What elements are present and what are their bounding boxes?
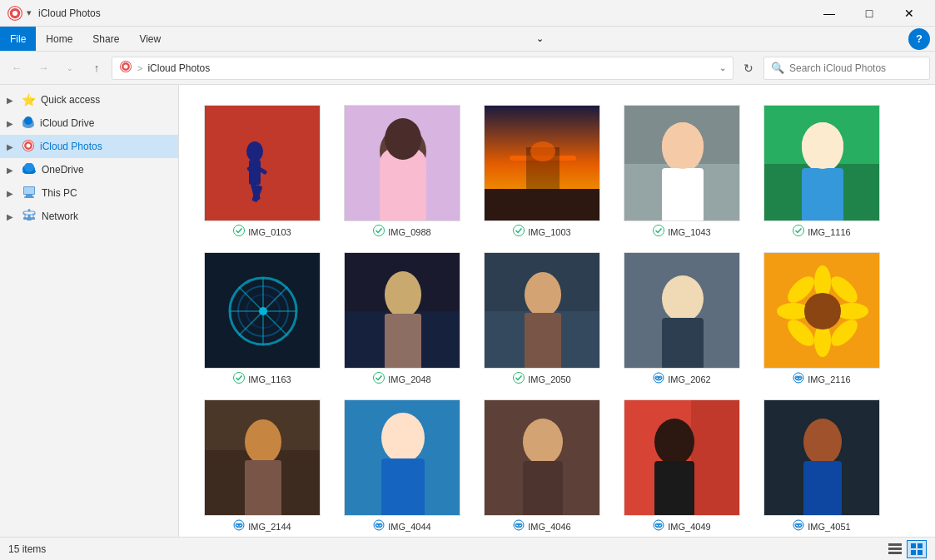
photo-thumb-img4051	[763, 399, 880, 516]
address-separator: >	[137, 63, 142, 73]
cloud-icon	[653, 372, 664, 386]
svg-rect-60	[802, 168, 843, 221]
list-item[interactable]: IMG_4051	[752, 393, 892, 537]
svg-point-24	[28, 209, 31, 211]
svg-rect-76	[385, 314, 421, 369]
list-item[interactable]: IMG_2062	[612, 245, 752, 393]
svg-point-108	[245, 419, 281, 464]
list-view-button[interactable]	[885, 540, 905, 558]
photo-thumb-img1163	[204, 252, 321, 369]
photo-name: IMG_2050	[528, 374, 570, 384]
sidebar-item-this-pc[interactable]: ▶ This PC	[0, 181, 178, 205]
svg-point-12	[27, 143, 31, 147]
sidebar-label-quick-access: Quick access	[41, 94, 100, 106]
up-button[interactable]: ↑	[85, 57, 108, 80]
forward-dropdown-button[interactable]: ⌄	[58, 57, 82, 80]
synced-icon	[373, 225, 385, 239]
back-button[interactable]: ←	[5, 57, 28, 80]
svg-rect-81	[525, 313, 561, 369]
photo-label: IMG_1163	[233, 372, 291, 386]
list-item[interactable]: IMG_2116	[752, 245, 892, 393]
list-item[interactable]: IMG_2050	[472, 245, 612, 393]
photo-label: IMG_1003	[513, 225, 570, 239]
sidebar-item-onedrive[interactable]: ▶ OneDrive	[0, 158, 178, 181]
search-input[interactable]	[789, 62, 923, 74]
list-item[interactable]: IMG_0103	[192, 98, 332, 245]
list-item[interactable]: IMG_2144	[192, 393, 332, 537]
address-bar: > iCloud Photos ⌄	[112, 57, 734, 80]
svg-point-9	[24, 116, 32, 125]
list-item[interactable]: IMG_4049	[612, 393, 752, 537]
ribbon-dropdown[interactable]: ▾	[27, 7, 32, 18]
search-bar[interactable]: 🔍	[763, 57, 930, 80]
list-item[interactable]: IMG_4046	[472, 393, 612, 537]
view-controls	[885, 540, 927, 558]
photo-thumb-img4044	[344, 399, 460, 516]
menu-file[interactable]: File	[0, 27, 36, 51]
svg-point-122	[523, 419, 563, 465]
svg-rect-148	[911, 550, 916, 555]
svg-rect-27	[23, 217, 27, 220]
minimize-button[interactable]: —	[810, 0, 848, 27]
refresh-button[interactable]: ↻	[737, 57, 760, 80]
svg-point-44	[374, 225, 385, 236]
menu-share[interactable]: Share	[82, 27, 129, 51]
sidebar-item-icloud-drive[interactable]: ▶ iCloud Drive	[0, 112, 178, 135]
photo-label: IMG_1043	[653, 225, 710, 239]
maximize-button[interactable]: □	[850, 0, 888, 27]
sidebar-item-network[interactable]: ▶ Network	[0, 205, 178, 228]
icloud-photos-icon	[22, 139, 35, 155]
svg-rect-28	[32, 217, 35, 220]
svg-point-137	[803, 419, 842, 465]
close-button[interactable]: ✕	[890, 0, 928, 27]
cloud-icon	[793, 519, 804, 533]
svg-point-32	[246, 141, 263, 161]
photo-name: IMG_4051	[808, 522, 850, 532]
svg-point-16	[24, 163, 34, 172]
list-item[interactable]: IMG_1043	[612, 98, 752, 245]
address-dropdown-arrow[interactable]: ⌄	[719, 63, 726, 72]
toolbar: ← → ⌄ ↑ > iCloud Photos ⌄ ↻ 🔍	[0, 52, 935, 85]
photo-label: IMG_4046	[513, 519, 570, 533]
help-button[interactable]: ?	[908, 28, 930, 50]
list-item[interactable]: IMG_1003	[472, 98, 612, 245]
onedrive-icon	[22, 163, 37, 176]
ribbon-collapse[interactable]: ⌄	[530, 27, 550, 51]
sidebar-label-network: Network	[42, 211, 78, 222]
photo-name: IMG_2116	[808, 374, 850, 384]
svg-rect-144	[888, 548, 902, 550]
svg-point-84	[662, 275, 704, 322]
menu-bar: File Home Share View ⌄ ?	[0, 27, 935, 52]
synced-icon	[233, 225, 245, 239]
photo-thumb-img2050	[484, 252, 600, 369]
main-layout: ▶ ⭐ Quick access ▶ iCloud Drive ▶ iCloud…	[0, 85, 935, 537]
svg-point-80	[525, 272, 561, 317]
sidebar-item-quick-access[interactable]: ▶ ⭐ Quick access	[0, 88, 178, 112]
photo-name: IMG_1043	[668, 227, 710, 237]
svg-rect-146	[911, 543, 916, 548]
window-title: iCloud Photos	[38, 7, 810, 19]
menu-view[interactable]: View	[129, 27, 171, 51]
sidebar-item-icloud-photos[interactable]: ▶ iCloud Photos	[0, 135, 178, 158]
list-item[interactable]: IMG_1163	[192, 245, 332, 393]
svg-point-75	[385, 271, 421, 318]
list-item[interactable]: IMG_4044	[332, 393, 472, 537]
grid-view-button[interactable]	[907, 540, 927, 558]
window-controls: — □ ✕	[810, 0, 928, 27]
list-item[interactable]: IMG_2048	[332, 245, 472, 393]
svg-point-130	[654, 419, 694, 465]
svg-rect-85	[662, 318, 704, 369]
icloud-drive-icon	[22, 116, 35, 131]
cloud-icon	[233, 519, 245, 533]
svg-rect-20	[24, 196, 34, 198]
photo-name: IMG_2062	[668, 374, 710, 384]
menu-home[interactable]: Home	[36, 27, 82, 51]
svg-point-43	[385, 118, 421, 160]
photo-thumb-img4046	[484, 399, 600, 516]
svg-rect-19	[26, 195, 32, 196]
forward-button[interactable]: →	[32, 57, 55, 80]
list-item[interactable]: IMG_1116	[752, 98, 892, 245]
status-bar: 15 items	[0, 537, 935, 560]
svg-rect-131	[654, 461, 694, 516]
list-item[interactable]: IMG_0988	[332, 98, 472, 245]
